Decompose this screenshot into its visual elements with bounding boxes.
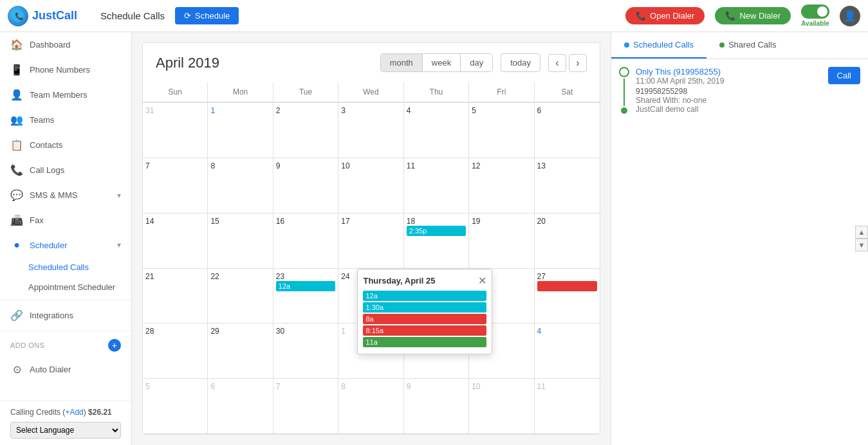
call-line	[623, 78, 625, 106]
cal-cell-10[interactable]: 10	[338, 158, 403, 213]
cal-cell-12[interactable]: 12	[469, 158, 534, 213]
credits-info: Calling Credits (+Add) $26.21	[10, 408, 121, 417]
call-details: Only This (919958255) 11:00 AM April 25t…	[636, 67, 860, 114]
cal-cell-6-may[interactable]: 6	[208, 379, 273, 434]
avatar[interactable]: 👤	[840, 6, 860, 26]
call-dot-outer	[619, 67, 629, 77]
sidebar-item-contacts[interactable]: 📋 Contacts	[0, 132, 131, 158]
call-number: 919958255298	[636, 87, 860, 96]
popup-event-130a[interactable]: 1:30a	[363, 302, 486, 313]
popup-event-8a[interactable]: 8a	[363, 314, 486, 324]
cal-cell-31-mar[interactable]: 31	[143, 103, 208, 158]
availability-toggle[interactable]: Available	[801, 5, 829, 27]
calendar-popup: Thursday, April 25 ✕ 12a 1:30a 8a 8:15a …	[357, 269, 492, 354]
event-18-235p[interactable]: 2:35p	[407, 226, 466, 236]
month-view-button[interactable]: month	[381, 54, 423, 71]
tab-shared-calls[interactable]: Shared Calls	[706, 32, 789, 59]
cal-cell-4[interactable]: 4	[404, 103, 469, 158]
logo-text: JustCall	[32, 9, 77, 23]
cal-cell-20[interactable]: 20	[535, 213, 600, 269]
sidebar-item-auto-dialer[interactable]: ⊙ Auto Dialer	[0, 357, 131, 382]
fax-icon: 📠	[10, 214, 23, 226]
event-27-red[interactable]	[537, 281, 597, 291]
cal-cell-16[interactable]: 16	[273, 213, 338, 269]
cal-cell-19[interactable]: 19	[469, 213, 534, 269]
popup-event-815a[interactable]: 8:15a	[363, 325, 486, 336]
cal-cell-9[interactable]: 9	[273, 158, 338, 213]
call-name[interactable]: Only This (919958255)	[636, 67, 724, 77]
scheduler-icon: ●	[10, 239, 23, 251]
schedule-button[interactable]: ⟳ Schedule	[175, 7, 239, 24]
popup-event-11a[interactable]: 11a	[363, 337, 486, 347]
calendar-month-title: April 2019	[156, 55, 373, 71]
day-header-mon: Mon	[208, 82, 273, 102]
cal-cell-27[interactable]: 27	[535, 269, 600, 324]
add-ons-label: ADD ONS +	[0, 334, 131, 357]
cal-cell-29[interactable]: 29	[208, 323, 273, 379]
cal-cell-8[interactable]: 8	[208, 158, 273, 213]
scroll-up-button[interactable]: ▲	[855, 226, 868, 239]
schedule-icon: ⟳	[184, 11, 191, 21]
open-dialer-button[interactable]: 📞 Open Dialer	[625, 7, 705, 24]
sidebar-item-team-members[interactable]: 👤 Team Members	[0, 82, 131, 107]
sidebar-item-scheduled-calls[interactable]: Scheduled Calls	[28, 257, 131, 277]
cal-cell-7-may[interactable]: 7	[273, 379, 338, 434]
prev-month-button[interactable]: ‹	[548, 54, 566, 72]
popup-close-button[interactable]: ✕	[478, 275, 486, 287]
cal-cell-28[interactable]: 28	[143, 323, 208, 379]
cal-cell-5-may[interactable]: 5	[143, 379, 208, 434]
sidebar-item-teams[interactable]: 👥 Teams	[0, 107, 131, 132]
sidebar-item-fax[interactable]: 📠 Fax	[0, 208, 131, 233]
cal-cell-10-may[interactable]: 10	[469, 379, 534, 434]
cal-cell-11[interactable]: 11	[404, 158, 469, 213]
cal-cell-5[interactable]: 5	[469, 103, 534, 158]
cal-cell-14[interactable]: 14	[143, 213, 208, 269]
cal-cell-7[interactable]: 7	[143, 158, 208, 213]
cal-cell-30[interactable]: 30	[273, 323, 338, 379]
scroll-down-button[interactable]: ▼	[855, 239, 868, 251]
sidebar-item-phone-numbers[interactable]: 📱 Phone Numbers	[0, 57, 131, 82]
add-credits-link[interactable]: +Add	[65, 408, 83, 417]
week-view-button[interactable]: week	[423, 54, 461, 71]
teams-icon: 👥	[10, 114, 23, 126]
today-button[interactable]: today	[501, 53, 540, 72]
sidebar-item-call-logs[interactable]: 📞 Call Logs	[0, 158, 131, 183]
cal-cell-6[interactable]: 6	[535, 103, 600, 158]
popup-event-12a[interactable]: 12a	[363, 291, 486, 301]
cal-cell-22[interactable]: 22	[208, 269, 273, 324]
sidebar-item-dashboard[interactable]: 🏠 Dashboard	[0, 32, 131, 57]
cal-cell-4-may[interactable]: 4	[535, 323, 600, 379]
sidebar-item-appointment-scheduler[interactable]: Appointment Scheduler	[28, 277, 131, 297]
sms-icon: 💬	[10, 189, 23, 201]
right-panel-scroll: ▲ ▼	[855, 226, 868, 251]
cal-cell-18[interactable]: 18 2:35p	[404, 213, 469, 269]
cal-cell-8-may[interactable]: 8	[338, 379, 403, 434]
call-button[interactable]: Call	[828, 67, 860, 84]
cal-cell-24[interactable]: 24 Thursday, April 25 ✕ 12a 1:30a 8a 8:1…	[338, 269, 403, 324]
language-select[interactable]: Select Language	[10, 422, 121, 439]
sidebar-item-scheduler[interactable]: ● Scheduler ▾	[0, 233, 131, 257]
phone-numbers-icon: 📱	[10, 64, 23, 76]
sidebar-item-integrations[interactable]: 🔗 Integrations	[0, 303, 131, 328]
new-dialer-button[interactable]: 📞 New Dialer	[715, 7, 791, 24]
cal-cell-23[interactable]: 23 12a	[273, 269, 338, 324]
sidebar-item-sms-mms[interactable]: 💬 SMS & MMS ▾	[0, 183, 131, 208]
day-view-button[interactable]: day	[461, 54, 492, 71]
cal-cell-2[interactable]: 2	[273, 103, 338, 158]
cal-cell-9-may[interactable]: 9	[404, 379, 469, 434]
logo: 📞 JustCall	[8, 6, 77, 26]
add-ons-button[interactable]: +	[108, 339, 121, 352]
tab-scheduled-calls[interactable]: Scheduled Calls	[611, 32, 706, 59]
cal-cell-15[interactable]: 15	[208, 213, 273, 269]
event-23-12a[interactable]: 12a	[276, 281, 335, 291]
cal-cell-13[interactable]: 13	[535, 158, 600, 213]
cal-cell-11-may[interactable]: 11	[535, 379, 600, 434]
scheduler-submenu: Scheduled Calls Appointment Scheduler	[0, 257, 131, 297]
cal-cell-21[interactable]: 21	[143, 269, 208, 324]
cal-cell-17[interactable]: 17	[338, 213, 403, 269]
cal-cell-3[interactable]: 3	[338, 103, 403, 158]
integrations-icon: 🔗	[10, 309, 23, 322]
cal-cell-1[interactable]: 1	[208, 103, 273, 158]
toggle-switch[interactable]	[801, 5, 829, 19]
next-month-button[interactable]: ›	[569, 54, 587, 72]
